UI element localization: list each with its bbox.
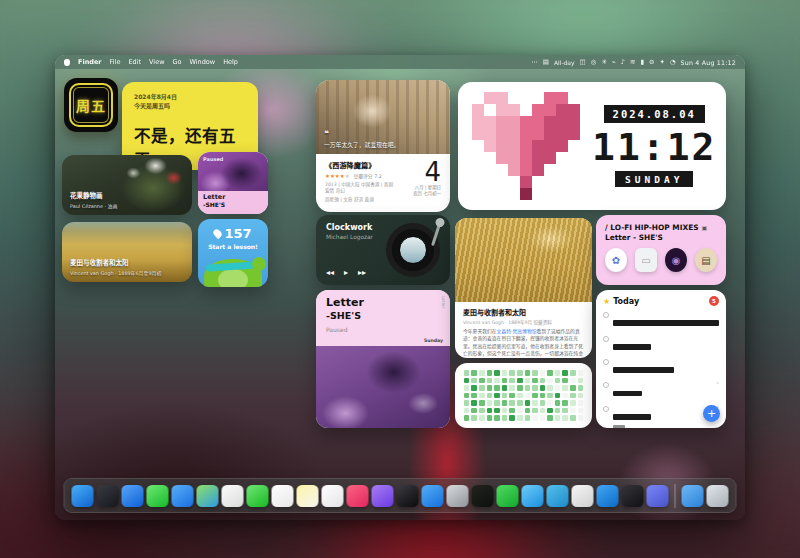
vinyl-cover[interactable]: ◉	[665, 248, 687, 272]
keyboard-brightness-icon[interactable]: ✳	[601, 58, 606, 66]
dock-icon-photos[interactable]	[222, 485, 244, 507]
dock-icon-qq[interactable]	[522, 485, 544, 507]
add-reminder-button[interactable]: +	[703, 405, 720, 422]
overflow-icon[interactable]: ⋯	[531, 58, 538, 66]
dock-icon-telegram[interactable]	[547, 485, 569, 507]
reminder-checkbox[interactable]	[603, 406, 609, 412]
menu-edit[interactable]: Edit	[128, 58, 141, 66]
sticker-cover[interactable]: ✿	[605, 248, 627, 272]
dock-icon-downloads[interactable]	[682, 485, 704, 507]
habit-cell	[547, 378, 553, 384]
habit-tracker-widget[interactable]	[455, 363, 592, 428]
screen-record-icon[interactable]: ◎	[591, 58, 597, 66]
heart-pixel	[520, 92, 532, 104]
dock-icon-spotify[interactable]	[472, 485, 494, 507]
battery-icon[interactable]: ▮	[640, 58, 644, 66]
artwork-info-widget[interactable]: 麦田与收割者和太阳 Vincent van Gogh · 1889年9月 馆藏资…	[455, 218, 592, 358]
cassette-cover[interactable]: ▤	[695, 248, 717, 272]
charge-icon[interactable]: ⌁	[612, 58, 616, 66]
museum-link[interactable]: 文森特·梵高博物馆	[497, 329, 537, 334]
dock-icon-safari[interactable]	[122, 485, 144, 507]
menubar-clock[interactable]: Sun 4 Aug 11:12	[681, 59, 736, 66]
menu-window[interactable]: Window	[190, 58, 216, 66]
letter-music-widget[interactable]: Letter -SHE'S Paused Letter Sunday	[316, 290, 450, 428]
movie-meta-1: 2013 | 中国大陆 中国香港 | 喜剧 爱情 奇幻	[325, 182, 397, 195]
reminder-checkbox[interactable]	[603, 336, 609, 342]
player-cover[interactable]: ▭	[635, 248, 657, 272]
pixel-clock-widget[interactable]: 2024.08.04 11:12 SUNDAY	[458, 82, 726, 210]
habit-cell	[525, 408, 531, 414]
habit-cell	[479, 408, 485, 414]
dock-icon-reminders[interactable]	[322, 485, 344, 507]
dock-icon-messages[interactable]	[147, 485, 169, 507]
play-button[interactable]: ▸	[344, 268, 348, 277]
dock-icon-podcasts[interactable]	[372, 485, 394, 507]
reminder-checkbox[interactable]	[603, 312, 609, 318]
quote-mark: ❝	[324, 129, 329, 138]
wifi-icon[interactable]: ≋	[630, 58, 635, 66]
screen-mirroring-icon[interactable]: ◫	[580, 58, 586, 66]
habit-cell	[517, 378, 523, 384]
calendar-event-label[interactable]: All-day	[554, 59, 575, 66]
heart-pixel	[472, 152, 484, 164]
control-center-icon[interactable]: ✦	[659, 58, 664, 66]
menu-help[interactable]: Help	[223, 58, 238, 66]
menu-view[interactable]: View	[149, 58, 164, 66]
mini-music-widget[interactable]: Paused Letter -SHE'S	[198, 152, 268, 214]
habit-cell	[562, 378, 568, 384]
apple-menu-icon[interactable]	[64, 59, 70, 66]
duolingo-streak-widget[interactable]: 157 Start a lesson!	[198, 219, 268, 287]
dock-icon-discord[interactable]	[647, 485, 669, 507]
stage-manager-icon[interactable]: ▤	[543, 58, 549, 66]
dock-icon-notes[interactable]	[297, 485, 319, 507]
focus-icon[interactable]: ⊖	[649, 58, 654, 66]
clockwork-music-widget[interactable]: Clockwork Michael Logozar ◂◂ ▸ ▸▸	[316, 215, 450, 285]
friday-app-icon[interactable]: 周五	[64, 78, 118, 132]
dock-icon-vscode[interactable]	[597, 485, 619, 507]
habit-cell	[555, 385, 561, 391]
reminder-checkbox[interactable]	[603, 382, 609, 388]
friday-date: 2024年8月4日	[134, 92, 246, 101]
wheatfield-painting-widget[interactable]: 麦田与收割者和太阳 Vincent van Gogh · 1889年6月至9月初	[62, 222, 192, 282]
habit-cell	[570, 370, 576, 376]
today-reminders-widget[interactable]: ★ Today 5 ████ ██ █████ ███ ██████ ███ █…	[596, 290, 726, 428]
habit-cell	[487, 400, 493, 406]
dock-icon-facetime[interactable]	[247, 485, 269, 507]
dock-icon-settings[interactable]	[447, 485, 469, 507]
dock-icon-wechat[interactable]	[497, 485, 519, 507]
dock-icon-calendar[interactable]	[272, 485, 294, 507]
dock-icon-trash[interactable]	[707, 485, 729, 507]
menu-go[interactable]: Go	[172, 58, 181, 66]
movie-calendar-widget[interactable]: ❝ 一万年太久了，就爱现在吧。 《西游降魔篇》 ★★★★★ 豆瓣评分 7.2 2…	[316, 80, 450, 212]
habit-cell	[547, 385, 553, 391]
menu-finder[interactable]: Finder	[78, 58, 102, 66]
lofi-playlist-widget[interactable]: / LO-FI HIP-HOP MIXES▣ Letter - SHE'S ✿▭…	[596, 215, 726, 285]
dock-icon-tv[interactable]	[397, 485, 419, 507]
previous-track-button[interactable]: ◂◂	[326, 268, 334, 277]
heart-pixel	[544, 140, 556, 152]
habit-cell	[555, 400, 561, 406]
dock-icon-maps[interactable]	[197, 485, 219, 507]
movie-title: 《西游降魔篇》	[325, 160, 397, 170]
dock-icon-music[interactable]	[347, 485, 369, 507]
dock-icon-appstore[interactable]	[422, 485, 444, 507]
reminder-checkbox[interactable]	[603, 359, 609, 365]
user-icon[interactable]: ◔	[670, 58, 676, 66]
habit-cell	[540, 385, 546, 391]
heart-pixel	[508, 128, 520, 140]
cezanne-painting-widget[interactable]: 花果静物画 Paul Cézanne · 油画	[62, 155, 192, 215]
dock-icon-mail[interactable]	[172, 485, 194, 507]
dock-icon-chrome[interactable]	[572, 485, 594, 507]
heart-pixel	[532, 104, 544, 116]
reminder-text-redacted: ███ ████ ██	[613, 344, 651, 350]
dock-icon-launchpad[interactable]	[97, 485, 119, 507]
dock-icon-figma[interactable]	[622, 485, 644, 507]
friday-app-ring	[69, 83, 113, 127]
music-icon[interactable]: ♪	[621, 58, 625, 66]
next-track-button[interactable]: ▸▸	[358, 268, 366, 277]
heart-pixel	[508, 188, 520, 200]
menu-file[interactable]: File	[110, 58, 121, 66]
chevron-right-icon[interactable]: ›	[716, 381, 719, 387]
corner-label: Sunday	[424, 338, 443, 343]
dock-icon-finder[interactable]	[72, 485, 94, 507]
